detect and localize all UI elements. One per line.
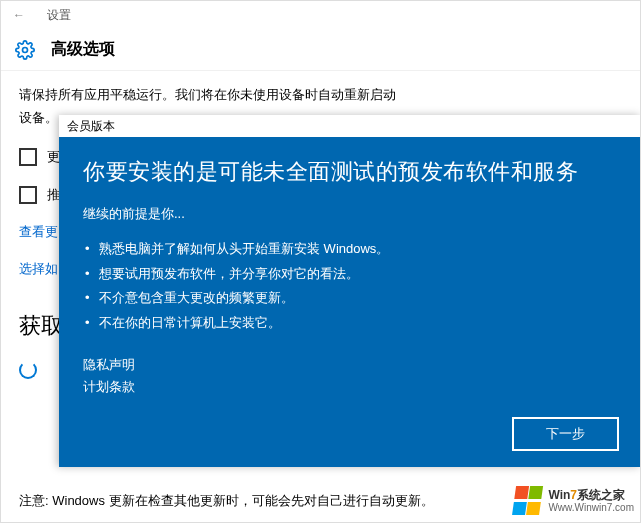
breadcrumb: 设置	[47, 7, 71, 24]
dialog-subtitle: 继续的前提是你...	[83, 205, 617, 223]
dialog-heading: 你要安装的是可能未全面测试的预发布软件和服务	[83, 157, 617, 187]
next-button[interactable]: 下一步	[512, 417, 619, 451]
back-icon[interactable]: ←	[9, 8, 29, 22]
page-header: 高级选项	[1, 29, 640, 66]
dialog-bullet-list: 熟悉电脑并了解如何从头开始重新安装 Windows。 想要试用预发布软件，并分享…	[83, 237, 617, 336]
window-header: ← 设置	[1, 1, 640, 29]
page-title: 高级选项	[51, 39, 115, 60]
windows-logo-icon	[512, 486, 546, 516]
dialog-bullet: 熟悉电脑并了解如何从头开始重新安装 Windows。	[85, 237, 617, 262]
watermark-title-seven: 7	[570, 488, 577, 502]
insider-dialog: 会员版本 你要安装的是可能未全面测试的预发布软件和服务 继续的前提是你... 熟…	[59, 115, 641, 467]
watermark: Win7系统之家 Www.Winwin7.com	[514, 486, 634, 516]
link-terms[interactable]: 计划条款	[83, 376, 617, 398]
checkbox-1[interactable]	[19, 148, 37, 166]
intro-text-1: 请保持所有应用平稳运行。我们将在你未使用设备时自动重新启动	[19, 85, 622, 106]
watermark-url: Www.Winwin7.com	[548, 502, 634, 513]
dialog-body: 你要安装的是可能未全面测试的预发布软件和服务 继续的前提是你... 熟悉电脑并了…	[59, 137, 641, 398]
loading-spinner-icon	[19, 361, 37, 379]
watermark-title-suffix: 系统之家	[577, 488, 625, 502]
checkbox-2[interactable]	[19, 186, 37, 204]
dialog-bullet: 不介意包含重大更改的频繁更新。	[85, 286, 617, 311]
dialog-bullet: 想要试用预发布软件，并分享你对它的看法。	[85, 262, 617, 287]
gear-icon	[15, 40, 35, 60]
watermark-title-prefix: Win	[548, 488, 570, 502]
dialog-bullet: 不在你的日常计算机上安装它。	[85, 311, 617, 336]
link-privacy[interactable]: 隐私声明	[83, 354, 617, 376]
dialog-titlebar: 会员版本	[59, 115, 641, 137]
svg-point-0	[23, 47, 28, 52]
